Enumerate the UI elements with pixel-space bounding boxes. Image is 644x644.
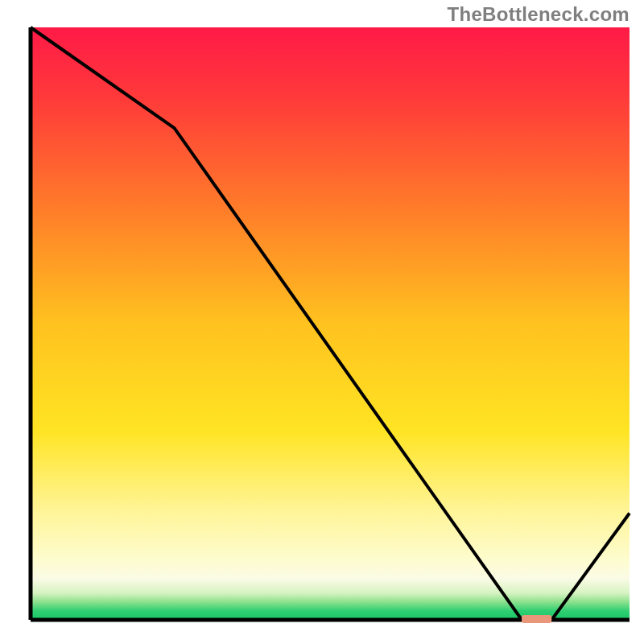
- bottleneck-chart: [0, 0, 644, 644]
- optimal-segment-marker: [522, 615, 551, 623]
- chart-container: { "watermark": "TheBottleneck.com", "cha…: [0, 0, 644, 644]
- plot-background: [31, 27, 630, 620]
